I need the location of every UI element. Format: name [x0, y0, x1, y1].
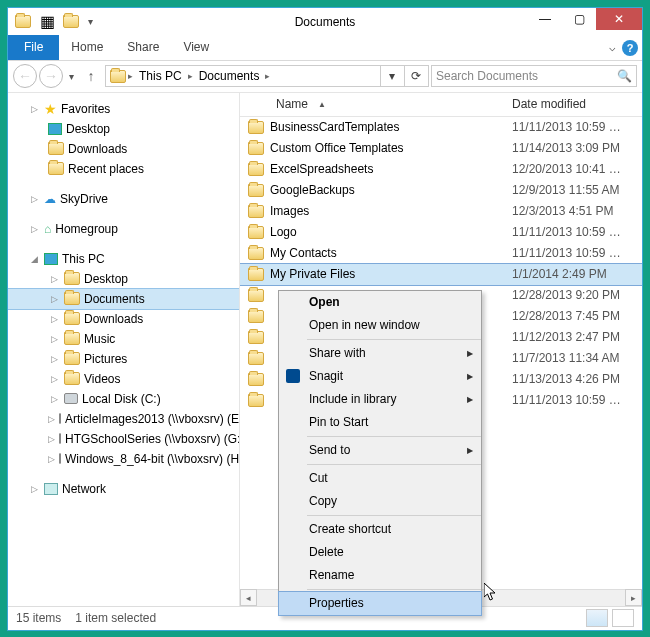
tree-pc-documents[interactable]: ▷Documents	[8, 289, 239, 309]
file-row[interactable]: BusinessCardTemplates11/11/2013 10:59 …	[240, 117, 642, 138]
tab-file[interactable]: File	[8, 35, 59, 60]
tree-pc-music[interactable]: ▷Music	[8, 329, 239, 349]
ctx-rename[interactable]: Rename	[279, 564, 481, 587]
file-date: 11/14/2013 3:09 PM	[512, 141, 642, 155]
file-date: 11/11/2013 10:59 …	[512, 246, 642, 260]
file-row[interactable]: Custom Office Templates11/14/2013 3:09 P…	[240, 138, 642, 159]
file-row[interactable]: GoogleBackups12/9/2013 11:55 AM	[240, 180, 642, 201]
breadcrumb-folder[interactable]: Documents	[195, 69, 264, 83]
file-row[interactable]: Logo11/11/2013 10:59 …	[240, 222, 642, 243]
refresh-icon[interactable]: ⟳	[404, 66, 426, 86]
tab-share[interactable]: Share	[115, 35, 171, 60]
status-count: 15 items	[16, 611, 61, 625]
chevron-right-icon[interactable]: ▸	[188, 71, 193, 81]
nav-up-button[interactable]: ↑	[79, 64, 103, 88]
nav-back-button[interactable]: ←	[13, 64, 37, 88]
folder-icon	[64, 332, 80, 345]
ctx-share-with[interactable]: Share with	[279, 342, 481, 365]
tree-desktop[interactable]: Desktop	[8, 119, 239, 139]
tree-favorites[interactable]: ▷★Favorites	[8, 99, 239, 119]
ctx-open-new[interactable]: Open in new window	[279, 314, 481, 337]
ctx-open[interactable]: Open	[279, 291, 481, 314]
folder-icon	[48, 142, 64, 155]
scroll-right-icon[interactable]: ▸	[625, 589, 642, 606]
view-icons-button[interactable]	[612, 609, 634, 627]
tree-pc-netdrive-g[interactable]: ▷HTGSchoolSeries (\\vboxsrv) (G:)	[8, 429, 239, 449]
folder-icon	[64, 312, 80, 325]
breadcrumb-pc[interactable]: This PC	[135, 69, 186, 83]
tree-homegroup[interactable]: ▷⌂Homegroup	[8, 219, 239, 239]
tab-home[interactable]: Home	[59, 35, 115, 60]
tree-recent[interactable]: Recent places	[8, 159, 239, 179]
ctx-snagit[interactable]: Snagit	[279, 365, 481, 388]
tab-view[interactable]: View	[171, 35, 221, 60]
file-date: 12/20/2013 10:41 …	[512, 162, 642, 176]
tree-downloads[interactable]: Downloads	[8, 139, 239, 159]
tree-pc-videos[interactable]: ▷Videos	[8, 369, 239, 389]
file-row[interactable]: Images12/3/2013 4:51 PM	[240, 201, 642, 222]
ribbon-tabs: File Home Share View ⌵ ?	[8, 36, 642, 61]
separator	[307, 436, 481, 437]
tree-pc-downloads[interactable]: ▷Downloads	[8, 309, 239, 329]
minimize-button[interactable]: —	[528, 8, 562, 30]
chevron-right-icon[interactable]: ▸	[265, 71, 270, 81]
status-selected: 1 item selected	[75, 611, 156, 625]
nav-tree[interactable]: ▷★Favorites Desktop Downloads Recent pla…	[8, 93, 240, 606]
addr-dropdown-icon[interactable]: ▾	[380, 66, 402, 86]
tree-thispc[interactable]: ◢This PC	[8, 249, 239, 269]
separator	[307, 339, 481, 340]
tree-skydrive[interactable]: ▷☁SkyDrive	[8, 189, 239, 209]
view-details-button[interactable]	[586, 609, 608, 627]
ctx-properties[interactable]: Properties	[279, 592, 481, 615]
ctx-send-to[interactable]: Send to	[279, 439, 481, 462]
ctx-delete[interactable]: Delete	[279, 541, 481, 564]
close-button[interactable]: ✕	[596, 8, 642, 30]
ctx-pin-start[interactable]: Pin to Start	[279, 411, 481, 434]
folder-icon	[248, 184, 264, 197]
folder-icon	[248, 289, 264, 302]
tree-pc-desktop[interactable]: ▷Desktop	[8, 269, 239, 289]
qat-newfolder-icon[interactable]	[60, 11, 82, 33]
tree-pc-pictures[interactable]: ▷Pictures	[8, 349, 239, 369]
nav-forward-button[interactable]: →	[39, 64, 63, 88]
file-row[interactable]: My Contacts11/11/2013 10:59 …	[240, 243, 642, 264]
title-bar: ▦ ▾ Documents — ▢ ✕	[8, 8, 642, 36]
file-row[interactable]: My Private Files1/1/2014 2:49 PM	[240, 264, 642, 285]
qat-properties-icon[interactable]: ▦	[36, 11, 58, 33]
folder-icon	[248, 394, 264, 407]
file-name: BusinessCardTemplates	[270, 120, 399, 134]
col-date[interactable]: Date modified	[512, 97, 642, 111]
maximize-button[interactable]: ▢	[562, 8, 596, 30]
folder-icon	[64, 352, 80, 365]
tree-pc-localdisk[interactable]: ▷Local Disk (C:)	[8, 389, 239, 409]
folder-icon	[248, 226, 264, 239]
col-name[interactable]: Name▲	[240, 97, 512, 111]
separator	[307, 515, 481, 516]
chevron-right-icon[interactable]: ▸	[128, 71, 133, 81]
nav-history-dropdown[interactable]: ▾	[65, 71, 77, 82]
search-input[interactable]: Search Documents 🔍	[431, 65, 637, 87]
file-date: 12/9/2013 11:55 AM	[512, 183, 642, 197]
qat-dropdown-icon[interactable]: ▾	[84, 16, 96, 27]
folder-icon	[248, 247, 264, 260]
file-date: 11/11/2013 10:59 …	[512, 120, 642, 134]
ctx-include-library[interactable]: Include in library	[279, 388, 481, 411]
file-date: 12/28/2013 9:20 PM	[512, 288, 642, 302]
file-name: GoogleBackups	[270, 183, 355, 197]
quick-access-toolbar: ▦ ▾	[8, 11, 100, 33]
search-icon: 🔍	[617, 69, 632, 83]
address-bar[interactable]: ▸ This PC ▸ Documents ▸ ▾ ⟳	[105, 65, 429, 87]
tree-pc-netdrive-h[interactable]: ▷Windows_8_64-bit (\\vboxsrv) (H:)	[8, 449, 239, 469]
ctx-copy[interactable]: Copy	[279, 490, 481, 513]
tree-pc-netdrive-e[interactable]: ▷ArticleImages2013 (\\vboxsrv) (E:)	[8, 409, 239, 429]
tree-network[interactable]: ▷Network	[8, 479, 239, 499]
file-date: 11/11/2013 10:59 …	[512, 225, 642, 239]
ctx-cut[interactable]: Cut	[279, 467, 481, 490]
scroll-left-icon[interactable]: ◂	[240, 589, 257, 606]
ctx-create-shortcut[interactable]: Create shortcut	[279, 518, 481, 541]
folder-icon	[248, 268, 264, 281]
file-row[interactable]: ExcelSpreadsheets12/20/2013 10:41 …	[240, 159, 642, 180]
ribbon-collapse-icon[interactable]: ⌵	[609, 41, 616, 54]
folder-icon	[64, 272, 80, 285]
help-icon[interactable]: ?	[622, 40, 638, 56]
